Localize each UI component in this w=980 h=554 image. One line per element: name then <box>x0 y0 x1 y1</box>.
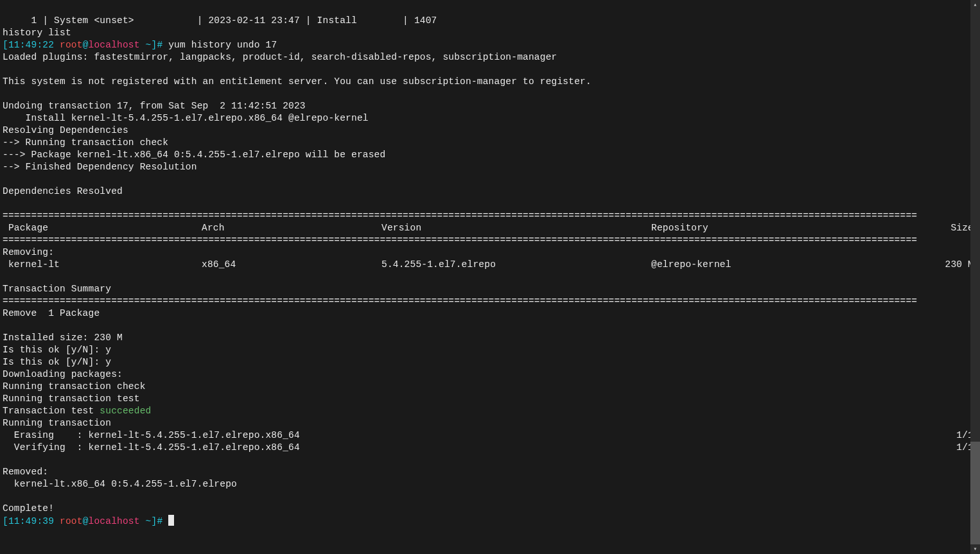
out-l5: Undoing transaction 17, from Sat Sep 2 1… <box>3 101 306 111</box>
removed-label: Removed: <box>3 467 48 477</box>
table-header: PackageArchVersionRepositorySize <box>3 222 977 234</box>
transaction-summary-label: Transaction Summary <box>3 284 111 294</box>
out-l10: --> Finished Dependency Resolution <box>3 162 197 172</box>
scroll-thumb[interactable] <box>970 442 980 544</box>
separator: ========================================… <box>3 211 917 221</box>
history-row: 1 | System <unset> | 2023-02-11 23:47 | … <box>3 15 437 26</box>
complete: Complete! <box>3 503 54 514</box>
history-list: history list <box>3 28 71 38</box>
out-l6: Install kernel-lt-5.4.255-1.el7.elrepo.x… <box>3 113 369 123</box>
table-row: kernel-ltx86_645.4.255-1.el7.elrepo@elre… <box>3 259 977 271</box>
erasing-row: Erasing : kernel-lt-5.4.255-1.el7.elrepo… <box>3 429 977 442</box>
out-l12: Dependencies Resolved <box>3 186 123 196</box>
out-l9: ---> Package kernel-lt.x86_64 0:5.4.255-… <box>3 150 385 160</box>
removing-label: Removing: <box>3 247 54 257</box>
out-l3: This system is not registered with an en… <box>3 76 591 87</box>
post-l8: Running transaction <box>3 418 111 428</box>
prompt-line-2[interactable]: [11:49:39 root@localhost ~]# <box>3 516 174 526</box>
separator: ========================================… <box>3 296 917 306</box>
post-l4: Downloading packages: <box>3 369 123 379</box>
post-l6: Running transaction test <box>3 394 140 404</box>
out-l7: Resolving Dependencies <box>3 125 128 135</box>
out-l8: --> Running transaction check <box>3 137 168 148</box>
post-l5: Running transaction check <box>3 381 146 392</box>
terminal-output[interactable]: 1 | System <unset> | 2023-02-11 23:47 | … <box>0 0 980 530</box>
post-l7: Transaction test succeeded <box>3 406 151 416</box>
remove-count: Remove 1 Package <box>3 308 100 318</box>
verifying-row: Verifying : kernel-lt-5.4.255-1.el7.elre… <box>3 442 977 454</box>
post-l3: Is this ok [y/N]: y <box>3 357 111 367</box>
vertical-scrollbar[interactable]: ▴ ▾ <box>970 0 980 554</box>
post-l2: Is this ok [y/N]: y <box>3 345 111 355</box>
removed-pkg: kernel-lt.x86_64 0:5.4.255-1.el7.elrepo <box>3 479 237 489</box>
separator: ========================================… <box>3 235 917 245</box>
prompt-line-1: [11:49:22 root@localhost ~]# yum history… <box>3 40 277 50</box>
cursor <box>168 515 174 526</box>
post-l1: Installed size: 230 M <box>3 333 123 343</box>
scroll-down-icon[interactable]: ▾ <box>970 544 980 554</box>
out-l1: Loaded plugins: fastestmirror, langpacks… <box>3 52 557 62</box>
scroll-up-icon[interactable]: ▴ <box>970 0 980 10</box>
